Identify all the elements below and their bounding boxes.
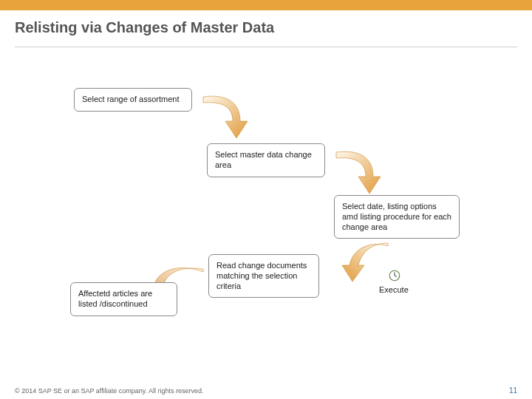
step-affected-articles: Affectetd articles are listed /discontin… <box>70 282 177 316</box>
arrow-icon <box>332 143 392 202</box>
arrow-icon <box>200 88 259 147</box>
clock-icon <box>388 269 401 282</box>
step-label: Select date, listing options amd listing… <box>342 202 451 231</box>
step-select-assortment: Select range of assortment <box>74 88 192 112</box>
brand-top-bar <box>0 0 532 10</box>
step-select-date-options: Select date, listing options amd listing… <box>334 195 460 239</box>
footer: © 2014 SAP SE or an SAP affiliate compan… <box>0 386 532 395</box>
step-label: Select range of assortment <box>82 95 179 103</box>
step-label: Affectetd articles are listed /discontin… <box>78 289 152 308</box>
execute-label: Execute <box>379 285 409 294</box>
arrow-icon <box>321 236 395 287</box>
copyright-text: © 2014 SAP SE or an SAP affiliate compan… <box>15 387 204 395</box>
step-label: Read change documents matching the selec… <box>216 261 307 290</box>
step-select-master-data-area: Select master data change area <box>207 143 325 177</box>
step-label: Select master data change area <box>215 150 312 169</box>
step-read-change-documents: Read change documents matching the selec… <box>208 254 319 298</box>
page-number: 11 <box>509 386 517 395</box>
flow-canvas: Select range of assortment Select master… <box>0 47 532 358</box>
page-title: Relisting via Changes of Master Data <box>0 10 532 47</box>
